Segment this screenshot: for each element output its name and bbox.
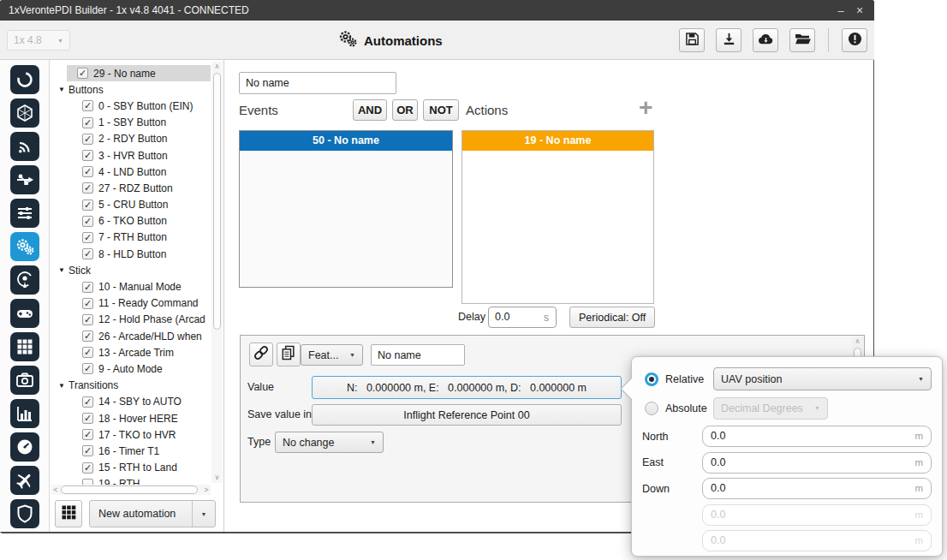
minimize-button[interactable]: – xyxy=(831,4,850,17)
tree-item[interactable]: ✓14 - SBY to AUTO xyxy=(51,394,211,410)
tree-group[interactable]: ▼Buttons xyxy=(51,81,211,98)
sidebar-item-podcast-icon[interactable] xyxy=(10,265,39,295)
scroll-right-icon[interactable]: > xyxy=(202,485,211,495)
value-button[interactable]: N: 0.000000 m, E: 0.000000 m, D: 0.00000… xyxy=(312,376,622,399)
checkbox[interactable]: ✓ xyxy=(82,248,93,259)
tree-group[interactable]: ▼Stick xyxy=(51,262,211,278)
tree-item[interactable]: ✓11 - Ready Command xyxy=(51,295,211,312)
checkbox[interactable]: ✓ xyxy=(82,396,93,408)
sidebar-item-usb-icon[interactable] xyxy=(10,165,39,194)
checkbox[interactable]: ✓ xyxy=(82,314,93,325)
scroll-left-icon[interactable]: < xyxy=(51,485,60,495)
automation-grid-button[interactable] xyxy=(55,500,82,527)
tree-item[interactable]: ✓3 - HVR Button xyxy=(51,147,211,164)
sidebar-item-grid-icon[interactable] xyxy=(10,332,39,361)
delay-input[interactable]: 0.0 s xyxy=(488,307,557,328)
copy-button[interactable] xyxy=(277,343,301,366)
save-button[interactable] xyxy=(679,28,705,52)
tree-item[interactable]: 19 - RTH xyxy=(51,476,211,485)
tree-item[interactable]: ✓26 - Arcade/HLD when xyxy=(51,328,211,344)
checkbox[interactable]: ✓ xyxy=(82,216,93,227)
actions-list[interactable]: 19 - No name xyxy=(462,130,654,304)
collapse-icon[interactable]: ▼ xyxy=(58,266,68,274)
checkbox[interactable]: ✓ xyxy=(82,232,93,243)
tree-item[interactable]: ✓6 - TKO Button xyxy=(51,213,211,229)
collapse-icon[interactable]: ▼ xyxy=(58,382,68,390)
sidebar-item-shield-icon[interactable] xyxy=(10,499,39,528)
relative-radio[interactable] xyxy=(645,372,658,386)
sidebar-item-gamepad-icon[interactable] xyxy=(10,299,39,328)
checkbox[interactable]: ✓ xyxy=(82,100,93,111)
download-button[interactable] xyxy=(716,28,742,52)
tree-group[interactable]: ▼Transitions xyxy=(51,378,211,394)
east-input[interactable]: 0.0m xyxy=(702,452,932,474)
checkbox[interactable]: ✓ xyxy=(82,445,93,456)
or-button[interactable]: OR xyxy=(392,99,418,121)
sidebar-item-ring-icon[interactable] xyxy=(10,65,39,94)
scrollbar-thumb[interactable] xyxy=(213,73,221,330)
tree-item[interactable]: ✓12 - Hold Phase (Arcad xyxy=(51,312,211,328)
new-automation-button[interactable]: New automation ▼ xyxy=(89,500,216,527)
checkbox[interactable]: ✓ xyxy=(77,68,88,79)
sidebar-item-gears-icon[interactable] xyxy=(10,232,39,261)
sidebar-item-gauge-icon[interactable] xyxy=(10,432,39,462)
tree-item[interactable]: ✓8 - HLD Button xyxy=(51,246,211,262)
checkbox[interactable]: ✓ xyxy=(82,282,93,293)
checkbox[interactable]: ✓ xyxy=(82,182,93,194)
close-button[interactable]: × xyxy=(850,3,869,17)
scroll-down-icon[interactable]: ∨ xyxy=(211,473,223,483)
feature-select[interactable]: Feat... ▼ xyxy=(301,344,363,366)
checkbox[interactable]: ✓ xyxy=(82,462,93,474)
tree-item[interactable]: ✓9 - Auto Mode xyxy=(51,360,211,377)
tree-item[interactable]: ✓27 - RDZ Button xyxy=(51,180,211,196)
checkbox[interactable]: ✓ xyxy=(82,200,93,211)
sidebar-item-hexagon-mesh-icon[interactable] xyxy=(10,98,39,128)
tree-item[interactable]: ✓7 - RTH Button xyxy=(51,229,211,246)
event-item[interactable]: 50 - No name xyxy=(240,131,452,151)
tree-item[interactable]: ✓13 - Arcade Trim xyxy=(51,344,211,360)
sidebar-item-camera-icon[interactable] xyxy=(10,366,39,395)
tree-item[interactable]: ✓10 - Manual Mode xyxy=(51,278,211,295)
scroll-up-icon[interactable]: ∧ xyxy=(852,337,863,347)
tree-horizontal-scrollbar[interactable]: < > xyxy=(51,485,211,495)
automation-name-input[interactable] xyxy=(239,72,396,94)
checkbox[interactable]: ✓ xyxy=(82,150,93,161)
tree-item[interactable]: ✓1 - SBY Button xyxy=(51,115,211,131)
collapse-icon[interactable]: ▼ xyxy=(58,86,68,93)
tree-item[interactable]: ✓2 - RDY Button xyxy=(51,131,211,147)
alert-button[interactable] xyxy=(842,28,867,52)
type-select[interactable]: No change ▼ xyxy=(275,432,384,453)
sidebar-item-airplane-icon[interactable] xyxy=(10,466,39,495)
sidebar-item-sliders-icon[interactable] xyxy=(10,199,39,228)
checkbox[interactable]: ✓ xyxy=(82,413,93,424)
and-button[interactable]: AND xyxy=(353,99,387,121)
link-button[interactable] xyxy=(249,343,273,366)
north-input[interactable]: 0.0m xyxy=(702,426,932,447)
action-name-input[interactable] xyxy=(371,344,465,366)
add-action-icon[interactable]: + xyxy=(639,94,652,122)
tree-item[interactable]: ✓18 - Hover HERE xyxy=(51,410,211,426)
checkbox[interactable]: ✓ xyxy=(82,347,93,358)
sidebar-item-rss-icon[interactable] xyxy=(10,132,39,161)
scroll-up-icon[interactable]: ∧ xyxy=(211,62,223,72)
scrollbar-thumb[interactable] xyxy=(61,486,198,494)
checkbox[interactable]: ✓ xyxy=(82,331,93,342)
periodical-button[interactable]: Periodical: Off xyxy=(569,307,655,328)
cloud-download-button[interactable] xyxy=(753,28,778,52)
new-automation-dropdown[interactable]: ▼ xyxy=(192,501,215,527)
absolute-radio[interactable] xyxy=(645,402,658,415)
down-input[interactable]: 0.0m xyxy=(702,478,932,499)
checkbox[interactable]: ✓ xyxy=(82,166,93,177)
tree-item[interactable]: ✓0 - SBY Button (EIN) xyxy=(51,98,211,114)
version-select[interactable]: 1x 4.8 ▼ xyxy=(7,30,70,51)
tree-item[interactable]: ✓29 - No name xyxy=(51,65,211,81)
checkbox[interactable]: ✓ xyxy=(82,134,93,145)
checkbox[interactable]: ✓ xyxy=(82,117,93,128)
tree-item[interactable]: ✓16 - Timer T1 xyxy=(51,443,211,459)
tree-item[interactable]: ✓5 - CRU Button xyxy=(51,197,211,213)
checkbox[interactable] xyxy=(82,479,93,485)
tree-item[interactable]: ✓17 - TKO to HVR xyxy=(51,426,211,443)
events-list[interactable]: 50 - No name xyxy=(239,130,453,288)
relative-reference-select[interactable]: UAV position ▼ xyxy=(713,367,932,390)
open-folder-button[interactable] xyxy=(789,28,815,52)
